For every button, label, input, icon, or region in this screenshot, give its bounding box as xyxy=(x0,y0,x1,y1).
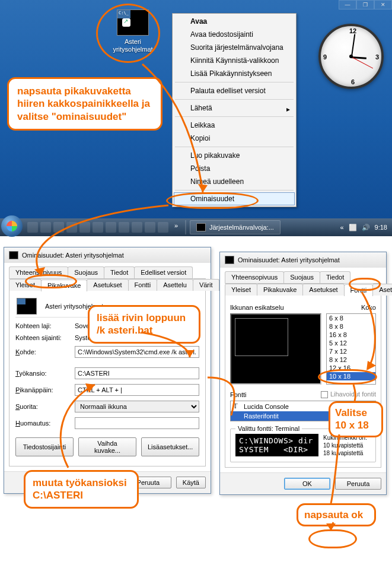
size-option[interactable]: 8 x 12 xyxy=(327,355,375,364)
annotation-ring-properties xyxy=(166,192,259,209)
annotation-callout-workdir: muuta työkansioksiC:\ASTERI xyxy=(24,470,139,509)
ql-icon[interactable] xyxy=(93,222,103,233)
open-file-location-button[interactable]: Tiedostosijainti xyxy=(15,437,74,456)
tray-volume-icon[interactable]: 🔊 xyxy=(362,224,370,231)
tab[interactable]: Pikakuvake xyxy=(257,284,303,296)
context-menu-item[interactable]: Nimeä uudelleen xyxy=(174,175,295,188)
annotation-callout-rightclick: napsauta pikakuvaketta hiiren kakkospain… xyxy=(7,77,162,131)
window-preview-label: Ikkunan esikatselu xyxy=(230,304,284,311)
tab[interactable]: Tiedot xyxy=(104,266,135,278)
tab[interactable]: Suojaus xyxy=(68,266,104,278)
truetype-icon: 𝕋 xyxy=(233,402,241,410)
size-option[interactable]: 7 x 12 xyxy=(327,347,375,355)
tab[interactable]: Asettelu xyxy=(157,279,193,291)
tray-network-icon[interactable]: ⬜ xyxy=(349,224,357,231)
tab[interactable]: Värit xyxy=(193,279,219,291)
change-icon-button[interactable]: Vaihda kuvake... xyxy=(78,437,136,456)
char-dimensions-info: Kukin merkki on: 10 kuvapistettä 18 kuva… xyxy=(323,434,367,457)
size-label: Koko xyxy=(361,304,376,311)
submenu-arrow-icon: ▸ xyxy=(286,105,290,113)
annotation-ring-10x18 xyxy=(318,369,377,385)
dialog-titlebar[interactable]: Ominaisuudet: Asteri yritysohjelmat xyxy=(220,252,386,268)
tab[interactable]: Asetukset xyxy=(302,284,344,296)
annotation-callout-click-ok: napsauta ok xyxy=(297,503,376,526)
taskbar-task-label: Järjestelmänvalvoja:... xyxy=(209,224,274,231)
cmd-icon xyxy=(225,256,234,264)
clock-minute-hand xyxy=(351,34,355,56)
restore-button[interactable]: ❐ xyxy=(356,0,374,9)
target-type-label: Kohteen laji: xyxy=(15,322,71,329)
target-input[interactable] xyxy=(75,346,199,358)
ql-icon[interactable] xyxy=(132,222,142,233)
run-select[interactable]: Normaali ikkuna xyxy=(75,401,199,412)
context-menu: AvaaAvaa tiedostosijaintiSuorita järjest… xyxy=(172,13,297,207)
size-option[interactable]: 6 x 8 xyxy=(327,314,375,322)
minimize-button[interactable]: — xyxy=(339,0,356,9)
advanced-button[interactable]: Lisäasetukset... xyxy=(141,437,199,456)
start-button[interactable] xyxy=(1,215,23,237)
context-menu-item[interactable]: Suorita järjestelmänvalvojana xyxy=(174,41,295,54)
clock-num-6: 6 xyxy=(351,78,355,85)
context-menu-item[interactable]: Poista xyxy=(174,162,295,175)
clock-num-9: 9 xyxy=(323,53,327,61)
tab[interactable]: Asetukset xyxy=(87,279,128,291)
ok-button[interactable]: OK xyxy=(284,478,330,490)
comment-label: Huomautus: xyxy=(15,420,71,427)
ql-icon[interactable] xyxy=(158,222,168,233)
ql-icon[interactable] xyxy=(66,222,77,233)
context-menu-item[interactable]: Lisää Pikakäynnistykseen xyxy=(174,67,295,80)
tab[interactable]: Yleiset xyxy=(225,284,257,296)
startin-input[interactable] xyxy=(75,367,199,379)
context-menu-item[interactable]: Kopioi xyxy=(174,132,295,145)
font-sample: C:\WINDOWS> dir SYSTEM <DIR> xyxy=(235,434,318,456)
ql-icon[interactable] xyxy=(53,222,64,233)
context-menu-item[interactable]: Luo pikakuvake xyxy=(174,149,295,162)
size-option[interactable]: 5 x 12 xyxy=(327,339,375,347)
context-menu-item[interactable]: Leikkaa xyxy=(174,119,295,132)
dialog-titlebar[interactable]: Ominaisuudet: Asteri yritysohjelmat xyxy=(4,247,211,263)
selected-font-groupbox-label: Valittu fontti: Terminal xyxy=(235,425,302,432)
hotkey-input[interactable] xyxy=(75,384,199,396)
annotation-callout-choose-size: Valitse10 x 18 xyxy=(329,401,383,437)
comment-input[interactable] xyxy=(75,417,199,429)
ql-icon[interactable] xyxy=(145,222,155,233)
context-menu-item[interactable]: Lähetä▸ xyxy=(174,101,295,115)
ql-icon[interactable] xyxy=(27,222,38,233)
ql-icon[interactable] xyxy=(40,222,51,233)
dialog-title: Ominaisuudet: Asteri yritysohjelmat xyxy=(238,256,340,264)
context-menu-item[interactable]: Kiinnitä Käynnistä-valikkoon xyxy=(174,54,295,67)
system-tray: « ⬜ 🔊 9:18 xyxy=(340,224,392,231)
annotation-callout-append: lisää rivin loppuun/k asteri.bat xyxy=(88,305,200,344)
tray-chevron-icon[interactable]: « xyxy=(340,224,343,231)
ql-icon[interactable] xyxy=(119,222,129,233)
tab[interactable]: Suojaus xyxy=(283,271,320,283)
context-menu-item[interactable]: Avaa tiedostosijainti xyxy=(174,28,295,41)
size-option[interactable]: 16 x 8 xyxy=(327,331,375,339)
apply-button[interactable]: Käytä xyxy=(176,477,206,488)
context-menu-item[interactable]: Avaa xyxy=(174,15,295,28)
close-button[interactable]: ✕ xyxy=(374,0,392,9)
shortcut-large-icon xyxy=(17,298,37,315)
tab[interactable]: Tiedot xyxy=(320,271,350,283)
quick-launch: » xyxy=(27,222,181,233)
ql-icon[interactable] xyxy=(106,222,116,233)
size-option[interactable]: 8 x 8 xyxy=(327,322,375,331)
context-menu-item[interactable]: Palauta edelliset versiot xyxy=(174,84,295,97)
annotation-ring-shortcut xyxy=(96,4,160,63)
window-controls: — ❐ ✕ xyxy=(339,0,392,9)
bold-fonts-checkbox[interactable]: LLihavoidut fontitihavoidut fontit xyxy=(321,391,376,398)
ql-chevron-icon[interactable]: » xyxy=(171,222,181,233)
tab[interactable]: Yhteensopivuus xyxy=(225,271,284,283)
taskbar-task[interactable]: Järjestelmänvalvoja:... xyxy=(190,220,281,234)
clock-gadget: 12 3 6 9 xyxy=(318,24,384,89)
annotation-ring-ok xyxy=(308,529,357,548)
tray-clock[interactable]: 9:18 xyxy=(375,224,387,231)
cancel-button[interactable]: Peruuta xyxy=(335,478,381,490)
tab[interactable]: Fontti xyxy=(128,279,158,291)
target-location-label: Kohteen sijainti: xyxy=(15,334,71,341)
annotation-ring-shortcut-tab xyxy=(25,274,77,288)
ql-icon[interactable] xyxy=(79,222,90,233)
dialog-title: Ominaisuudet: Asteri yritysohjelmat xyxy=(22,252,124,259)
tab[interactable]: Edelliset versiot xyxy=(134,266,193,278)
annotation-ring-font-tab xyxy=(349,278,381,291)
